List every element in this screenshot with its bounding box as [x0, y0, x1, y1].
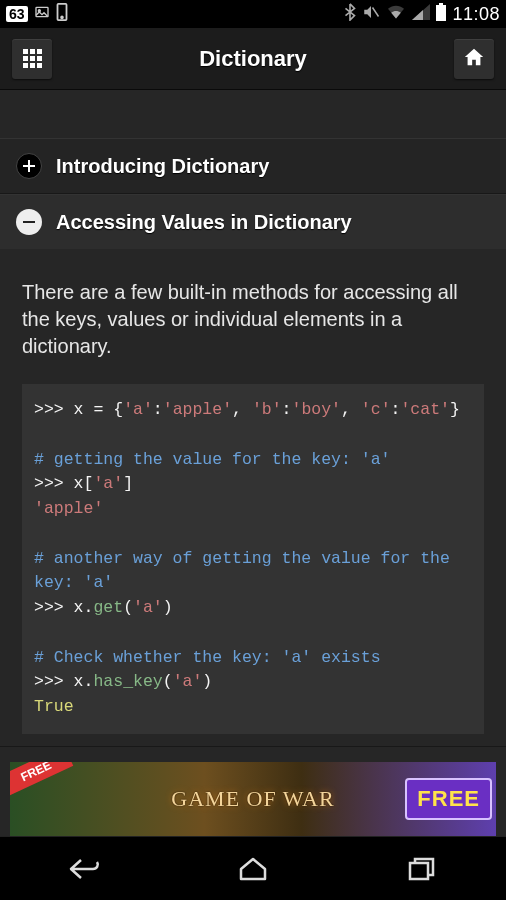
accordion-item-access: Accessing Values in Dictionary There are…: [0, 194, 506, 747]
ad-title: GAME OF WAR: [171, 786, 334, 812]
svg-line-4: [373, 8, 379, 17]
status-bar: 63 11:08: [0, 0, 506, 28]
accordion-label: Introducing Dictionary: [56, 155, 269, 178]
content-area: Introducing Dictionary Accessing Values …: [0, 90, 506, 836]
svg-rect-6: [436, 5, 446, 21]
battery-icon: [436, 3, 446, 25]
recent-apps-button[interactable]: [382, 849, 462, 889]
ad-free-button[interactable]: FREE: [405, 778, 492, 820]
app-header: Dictionary: [0, 28, 506, 90]
svg-rect-10: [410, 863, 428, 879]
clock: 11:08: [452, 4, 500, 25]
home-nav-button[interactable]: [213, 849, 293, 889]
status-left: 63: [6, 3, 68, 25]
svg-rect-5: [439, 3, 443, 5]
bluetooth-icon: [344, 3, 356, 25]
mute-icon: [362, 3, 380, 25]
accordion-label: Accessing Values in Dictionary: [56, 211, 352, 234]
grid-icon: [23, 49, 42, 68]
svg-rect-8: [23, 165, 35, 167]
accordion-item-intro: Introducing Dictionary: [0, 138, 506, 194]
svg-rect-9: [23, 221, 35, 223]
ad-banner[interactable]: FREE GAME OF WAR FREE: [10, 762, 496, 836]
wifi-icon: [386, 4, 406, 24]
notification-badge: 63: [6, 6, 28, 22]
signal-icon: [412, 4, 430, 24]
code-block: >>> x = {'a':'apple', 'b':'boy', 'c':'ca…: [22, 384, 484, 734]
home-button[interactable]: [454, 39, 494, 79]
back-button[interactable]: [44, 849, 124, 889]
accordion-body-access: There are a few built-in methods for acc…: [0, 249, 506, 746]
home-icon: [463, 46, 485, 72]
collapse-icon: [16, 209, 42, 235]
phone-icon: [56, 3, 68, 25]
nav-bar: [0, 836, 506, 900]
expand-icon: [16, 153, 42, 179]
menu-button[interactable]: [12, 39, 52, 79]
screen: 63 11:08: [0, 0, 506, 900]
accordion-header-access[interactable]: Accessing Values in Dictionary: [0, 195, 506, 249]
accordion-header-intro[interactable]: Introducing Dictionary: [0, 139, 506, 193]
page-title: Dictionary: [199, 46, 307, 72]
status-right: 11:08: [344, 3, 500, 25]
svg-point-3: [61, 17, 63, 19]
accordion: Introducing Dictionary Accessing Values …: [0, 138, 506, 747]
image-icon: [34, 4, 50, 24]
ad-free-ribbon: FREE: [10, 762, 73, 796]
intro-paragraph: There are a few built-in methods for acc…: [22, 279, 484, 360]
